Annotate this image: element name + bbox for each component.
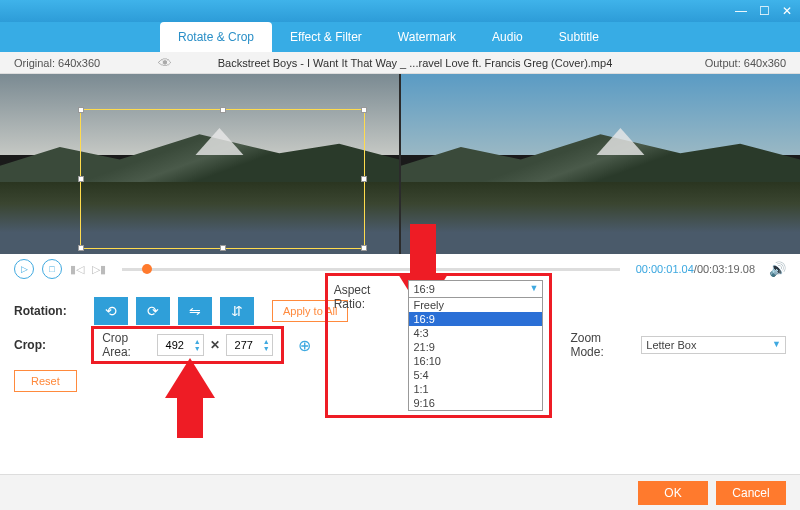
aspect-ratio-dropdown[interactable]: 16:9▼ Freely 16:9 4:3 21:9 16:10 5:4 1:1… (408, 280, 543, 411)
reset-button[interactable]: Reset (14, 370, 77, 392)
source-preview[interactable] (0, 74, 399, 254)
aspect-ratio-selected[interactable]: 16:9▼ (409, 281, 542, 298)
ok-button[interactable]: OK (638, 481, 708, 505)
tab-subtitle[interactable]: Subtitle (541, 22, 617, 52)
spin-down-icon[interactable]: ▼ (263, 345, 270, 352)
prev-frame-button[interactable]: ▮◁ (70, 263, 84, 276)
chevron-down-icon: ▼ (530, 283, 539, 295)
aspect-option-21-9[interactable]: 21:9 (409, 340, 542, 354)
tab-effect-filter[interactable]: Effect & Filter (272, 22, 380, 52)
dimension-separator: ✕ (210, 338, 220, 352)
tab-watermark[interactable]: Watermark (380, 22, 474, 52)
rotate-left-button[interactable]: ⟲ (94, 297, 128, 325)
crop-handle-ne[interactable] (361, 107, 367, 113)
infobar: Original: 640x360 👁 Backstreet Boys - I … (0, 52, 800, 74)
output-size-label: Output: 640x360 (650, 57, 800, 69)
crop-height-input[interactable]: ▲▼ (226, 334, 273, 356)
playhead[interactable] (142, 264, 152, 274)
output-preview (401, 74, 800, 254)
stop-button[interactable]: □ (42, 259, 62, 279)
close-button[interactable]: ✕ (782, 4, 792, 18)
maximize-button[interactable]: ☐ (759, 4, 770, 18)
flip-horizontal-button[interactable]: ⇋ (178, 297, 212, 325)
rotation-label: Rotation: (14, 304, 94, 318)
controls-panel: Rotation: ⟲ ⟳ ⇋ ⇵ Apply to All Crop: Cro… (0, 284, 800, 392)
flip-vertical-button[interactable]: ⇵ (220, 297, 254, 325)
aspect-option-16-9[interactable]: 16:9 (409, 312, 542, 326)
crop-handle-nw[interactable] (78, 107, 84, 113)
crop-handle-w[interactable] (78, 176, 84, 182)
file-title: Backstreet Boys - I Want It That Way _ .… (180, 57, 650, 69)
chevron-down-icon: ▼ (772, 339, 781, 351)
crop-rectangle[interactable] (80, 109, 365, 249)
rotate-right-button[interactable]: ⟳ (136, 297, 170, 325)
crop-handle-s[interactable] (220, 245, 226, 251)
crop-label: Crop: (14, 338, 91, 352)
crop-handle-e[interactable] (361, 176, 367, 182)
aspect-option-5-4[interactable]: 5:4 (409, 368, 542, 382)
play-button[interactable]: ▷ (14, 259, 34, 279)
crop-handle-se[interactable] (361, 245, 367, 251)
aspect-option-16-10[interactable]: 16:10 (409, 354, 542, 368)
spin-down-icon[interactable]: ▼ (194, 345, 201, 352)
zoom-mode-label: Zoom Mode: (570, 331, 635, 359)
crop-height-field[interactable] (227, 339, 261, 351)
original-size-label: Original: 640x360 (0, 57, 150, 69)
crop-row: Crop: Crop Area: ▲▼ ✕ ▲▼ ⊕ Aspect Ratio:… (14, 328, 786, 362)
aspect-option-9-16[interactable]: 9:16 (409, 396, 542, 410)
spin-up-icon[interactable]: ▲ (263, 338, 270, 345)
next-frame-button[interactable]: ▷▮ (92, 263, 106, 276)
spin-up-icon[interactable]: ▲ (194, 338, 201, 345)
titlebar: — ☐ ✕ (0, 0, 800, 22)
footer: OK Cancel (0, 474, 800, 510)
crop-width-field[interactable] (158, 339, 192, 351)
zoom-mode-group: Zoom Mode: Letter Box▼ (570, 331, 786, 359)
aspect-option-freely[interactable]: Freely (409, 298, 542, 312)
cancel-button[interactable]: Cancel (716, 481, 786, 505)
preview-toggle-icon[interactable]: 👁 (150, 55, 180, 71)
zoom-mode-dropdown[interactable]: Letter Box▼ (641, 336, 786, 354)
crop-handle-sw[interactable] (78, 245, 84, 251)
scrubber[interactable] (122, 268, 620, 271)
tabbar: Rotate & Crop Effect & Filter Watermark … (0, 22, 800, 52)
minimize-button[interactable]: — (735, 4, 747, 18)
crop-area-label: Crop Area: (102, 331, 153, 359)
crop-width-input[interactable]: ▲▼ (157, 334, 204, 356)
aspect-option-1-1[interactable]: 1:1 (409, 382, 542, 396)
aspect-ratio-label: Aspect Ratio: (334, 280, 403, 311)
time-display: 00:00:01.04/00:03:19.08 (636, 263, 755, 275)
annotation-arrow-up (165, 358, 215, 438)
tab-rotate-crop[interactable]: Rotate & Crop (160, 22, 272, 52)
aspect-option-4-3[interactable]: 4:3 (409, 326, 542, 340)
tab-audio[interactable]: Audio (474, 22, 541, 52)
crop-handle-n[interactable] (220, 107, 226, 113)
volume-icon[interactable]: 🔊 (769, 261, 786, 277)
center-crop-icon[interactable]: ⊕ (298, 336, 311, 355)
aspect-ratio-highlight: Aspect Ratio: 16:9▼ Freely 16:9 4:3 21:9… (325, 273, 553, 418)
